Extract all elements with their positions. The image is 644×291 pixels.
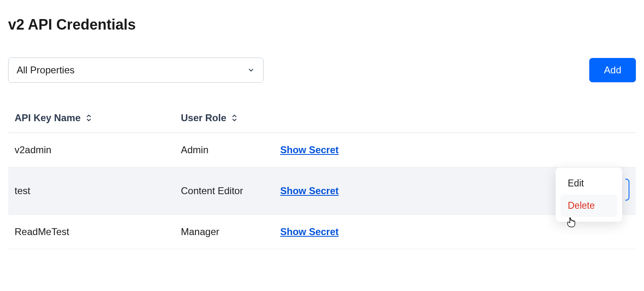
- column-header-name[interactable]: API Key Name: [8, 105, 174, 133]
- show-secret-link[interactable]: Show Secret: [280, 185, 339, 196]
- page-title: v2 API Credentials: [8, 16, 636, 33]
- table-row: test Content Editor Show Secret Edit Del…: [8, 167, 636, 215]
- properties-dropdown-value: All Properties: [17, 64, 75, 76]
- column-header-role-label: User Role: [181, 112, 226, 124]
- table-row: ReadMeTest Manager Show Secret: [8, 215, 636, 249]
- add-button[interactable]: Add: [589, 58, 636, 82]
- cell-name: v2admin: [8, 133, 174, 167]
- table-row: v2admin Admin Show Secret: [8, 133, 636, 167]
- cell-role: Admin: [174, 133, 274, 167]
- show-secret-link[interactable]: Show Secret: [280, 226, 339, 237]
- cell-name: test: [8, 167, 174, 215]
- row-actions-popover: Edit Delete: [556, 167, 622, 222]
- cursor-pointer-icon: [565, 216, 577, 228]
- row-actions-button[interactable]: [625, 179, 629, 201]
- toolbar: All Properties Add: [8, 58, 636, 83]
- delete-menu-item[interactable]: Delete: [560, 195, 617, 217]
- sort-icon: [86, 114, 92, 122]
- credentials-table: API Key Name User Role: [8, 105, 636, 249]
- cell-role: Manager: [174, 215, 274, 249]
- edit-menu-item[interactable]: Edit: [560, 172, 617, 195]
- actions-cell: Edit Delete: [555, 167, 636, 215]
- chevron-down-icon: [247, 66, 255, 74]
- properties-dropdown[interactable]: All Properties: [8, 58, 264, 83]
- column-header-role[interactable]: User Role: [174, 105, 274, 133]
- cell-role: Content Editor: [174, 167, 274, 215]
- sort-icon: [231, 114, 238, 122]
- show-secret-link[interactable]: Show Secret: [280, 144, 339, 155]
- cell-name: ReadMeTest: [8, 215, 174, 249]
- column-header-name-label: API Key Name: [15, 112, 81, 124]
